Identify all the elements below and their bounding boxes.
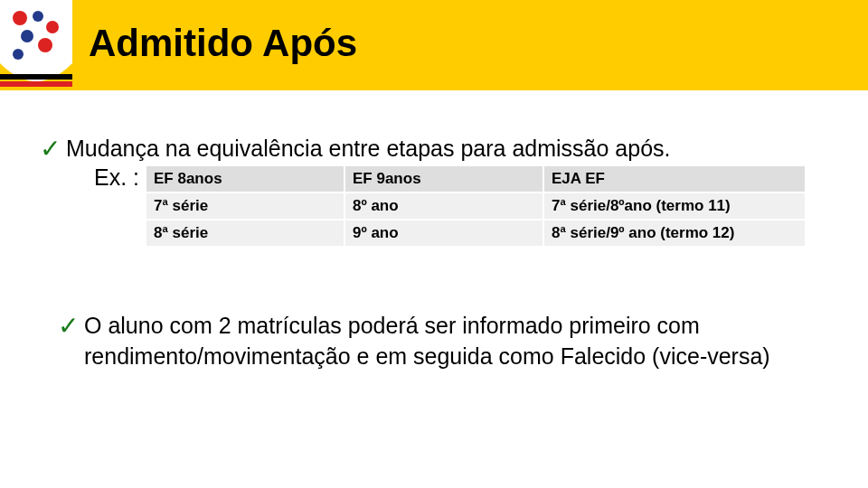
svg-point-2 xyxy=(46,21,59,33)
table-header: EF 8anos xyxy=(146,165,344,192)
slide-header: Admitido Após xyxy=(0,0,868,90)
bullet-text: O aluno com 2 matrículas poderá ser info… xyxy=(84,311,826,372)
table-cell: 9º ano xyxy=(344,220,543,247)
table-cell: 8ª série/9º ano (termo 12) xyxy=(543,220,806,247)
bullet-text: Mudança na equivalência entre etapas par… xyxy=(66,134,671,164)
svg-rect-7 xyxy=(0,81,72,87)
svg-point-1 xyxy=(33,11,43,22)
table-cell: 7ª série xyxy=(146,192,344,220)
table-cell: 7ª série/8ºano (termo 11) xyxy=(543,192,806,220)
table-header: EJA EF xyxy=(543,165,806,192)
svg-point-0 xyxy=(13,11,27,25)
check-icon: ✓ xyxy=(58,311,79,342)
bullet-item-2: ✓ O aluno com 2 matrículas poderá ser in… xyxy=(40,311,828,372)
example-label: Ex. : xyxy=(94,164,139,191)
svg-point-3 xyxy=(21,30,33,42)
svg-point-4 xyxy=(38,38,52,52)
equivalence-table: EF 8anos EF 9anos EJA EF 7ª série 8º ano… xyxy=(145,164,807,248)
bullet-item-1: ✓ Mudança na equivalência entre etapas p… xyxy=(40,134,828,248)
svg-rect-6 xyxy=(0,74,72,80)
table-cell: 8º ano xyxy=(344,192,543,220)
svg-point-5 xyxy=(13,49,24,60)
table-cell: 8ª série xyxy=(146,220,344,247)
slide-title: Admitido Após xyxy=(89,22,357,65)
slide-body: ✓ Mudança na equivalência entre etapas p… xyxy=(0,90,868,371)
logo-sao-paulo xyxy=(0,0,72,90)
table-row: 7ª série 8º ano 7ª série/8ºano (termo 11… xyxy=(146,192,806,220)
table-header-row: EF 8anos EF 9anos EJA EF xyxy=(146,165,806,192)
table-header: EF 9anos xyxy=(344,165,543,192)
check-icon: ✓ xyxy=(40,134,61,164)
table-row: 8ª série 9º ano 8ª série/9º ano (termo 1… xyxy=(146,220,806,247)
